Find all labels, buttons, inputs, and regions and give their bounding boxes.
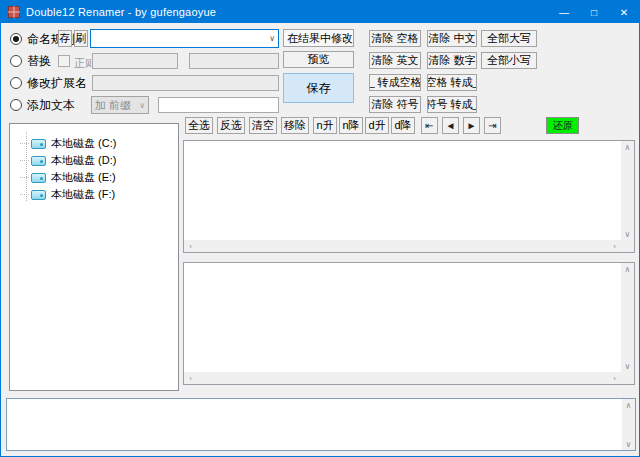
refresh-rule-button[interactable]: 刷 (74, 30, 88, 47)
scroll-up-icon[interactable]: ∧ (621, 141, 634, 153)
tree-stub-line (20, 194, 29, 195)
radio-replace[interactable]: 替换 (10, 53, 51, 69)
scroll-up-icon[interactable]: ∧ (622, 399, 635, 411)
clear-digits-button[interactable]: 清除 数字 (427, 52, 477, 69)
caption-buttons: — □ ✕ (549, 1, 639, 23)
tree-item-label: 本地磁盘 (E:) (51, 170, 116, 185)
radio-replace-label: 替换 (27, 53, 51, 70)
drive-icon (31, 156, 46, 166)
store-rule-button[interactable]: 存 (58, 30, 72, 47)
radio-add-text[interactable]: 添加文本 (10, 97, 75, 113)
drive-icon (31, 173, 46, 183)
minimize-button[interactable]: — (549, 1, 579, 23)
result-list[interactable]: ∧ ∨ ‹ › (183, 262, 635, 385)
tree-item-drive-f[interactable]: 本地磁盘 (F:) (10, 186, 178, 203)
chevron-down-icon: ∨ (266, 34, 275, 43)
log-vscrollbar[interactable]: ∧ ∨ (622, 399, 635, 450)
invert-selection-button[interactable]: 反选 (217, 117, 245, 134)
replace-with-input[interactable] (189, 53, 279, 69)
drive-tree[interactable]: 本地磁盘 (C:) 本地磁盘 (D:) 本地磁盘 (E:) 本地磁盘 (F:) (9, 123, 179, 391)
clear-chinese-button[interactable]: 清除 中文 (427, 30, 477, 47)
scrollbar-corner (621, 240, 634, 252)
radio-add-text-label: 添加文本 (27, 97, 75, 114)
regex-checkbox[interactable] (58, 55, 70, 67)
modify-scope-value: 在结果中修改 (287, 31, 353, 46)
clear-symbols-button[interactable]: 清除 符号 (369, 96, 421, 113)
maximize-button[interactable]: □ (579, 1, 609, 23)
move-left-icon[interactable]: ◄ (442, 117, 459, 134)
sort-date-asc-button[interactable]: d升 (365, 117, 389, 134)
scroll-left-icon[interactable]: ‹ (184, 372, 197, 384)
clear-spaces-button[interactable]: 清除 空格 (369, 30, 421, 47)
app-window: Double12 Renamer - by gufengaoyue — □ ✕ … (0, 0, 640, 457)
clear-list-button[interactable]: 清空 (249, 117, 277, 134)
restore-button[interactable]: 还原 (546, 117, 579, 134)
scroll-right-icon[interactable]: › (608, 372, 621, 384)
result-list-hscrollbar[interactable]: ‹ › (184, 372, 621, 384)
clear-english-button[interactable]: 清除 英文 (369, 52, 421, 69)
modify-scope-combobox[interactable]: 在结果中修改 ∨ (283, 29, 354, 47)
file-list-vscrollbar[interactable]: ∧ ∨ (621, 141, 634, 240)
radio-icon (10, 33, 22, 45)
tree-stub-line (20, 160, 29, 161)
select-all-button[interactable]: 全选 (185, 117, 213, 134)
symbol-to-underscore-button[interactable]: 符号 转成_ (427, 96, 477, 113)
drive-icon (31, 139, 46, 149)
sort-date-desc-button[interactable]: d降 (391, 117, 415, 134)
scroll-left-icon[interactable]: ‹ (184, 240, 197, 252)
underscore-to-space-button[interactable]: _ 转成空格 (369, 74, 421, 91)
result-list-vscrollbar[interactable]: ∧ ∨ (621, 263, 634, 372)
scrollbar-corner (621, 372, 634, 384)
scroll-down-icon[interactable]: ∨ (621, 360, 634, 372)
drive-icon (31, 190, 46, 200)
sort-name-desc-button[interactable]: n降 (339, 117, 363, 134)
preview-button[interactable]: 预览 (283, 51, 354, 68)
radio-icon (10, 99, 22, 111)
scroll-down-icon[interactable]: ∨ (621, 228, 634, 240)
tree-item-label: 本地磁盘 (D:) (51, 153, 116, 168)
remove-item-button[interactable]: 移除 (281, 117, 309, 134)
file-list[interactable]: ∧ ∨ ‹ › (183, 140, 635, 253)
radio-change-extension-label: 修改扩展名 (27, 75, 87, 92)
chevron-down-icon: ∨ (136, 101, 145, 110)
tree-item-label: 本地磁盘 (F:) (51, 187, 115, 202)
scroll-right-icon[interactable]: › (608, 240, 621, 252)
addtext-mode-value: 加 前缀 (95, 98, 131, 113)
radio-icon (10, 55, 22, 67)
scroll-up-icon[interactable]: ∧ (621, 263, 634, 275)
addtext-input[interactable] (158, 97, 279, 113)
app-icon (8, 6, 20, 18)
window-title: Double12 Renamer - by gufengaoyue (26, 6, 216, 18)
move-last-icon[interactable]: ⇥ (484, 117, 501, 134)
close-button[interactable]: ✕ (609, 1, 639, 23)
radio-change-extension[interactable]: 修改扩展名 (10, 75, 87, 91)
move-first-icon[interactable]: ⇤ (421, 117, 438, 134)
lowercase-all-button[interactable]: 全部小写 (481, 52, 537, 69)
title-bar: Double12 Renamer - by gufengaoyue — □ ✕ (1, 1, 639, 23)
replace-find-input[interactable] (92, 53, 178, 69)
uppercase-all-button[interactable]: 全部大写 (481, 30, 537, 47)
extension-input[interactable] (92, 75, 279, 91)
addtext-mode-combobox[interactable]: 加 前缀 ∨ (91, 96, 149, 114)
log-area[interactable]: ∧ ∨ (6, 398, 636, 451)
sort-name-asc-button[interactable]: n升 (313, 117, 337, 134)
radio-icon (10, 77, 22, 89)
tree-stub-line (20, 177, 29, 178)
tree-item-drive-c[interactable]: 本地磁盘 (C:) (10, 135, 178, 152)
chevron-down-icon: ∨ (353, 34, 354, 43)
tree-stub-line (20, 143, 29, 144)
tree-item-label: 本地磁盘 (C:) (51, 136, 116, 151)
move-right-icon[interactable]: ► (463, 117, 480, 134)
scroll-down-icon[interactable]: ∨ (622, 438, 635, 450)
tree-item-drive-e[interactable]: 本地磁盘 (E:) (10, 169, 178, 186)
space-to-underscore-button[interactable]: 空格 转成_ (427, 74, 477, 91)
save-button[interactable]: 保存 (283, 73, 354, 103)
file-list-hscrollbar[interactable]: ‹ › (184, 240, 621, 252)
rule-combobox[interactable]: ∨ (90, 29, 279, 48)
tree-item-drive-d[interactable]: 本地磁盘 (D:) (10, 152, 178, 169)
